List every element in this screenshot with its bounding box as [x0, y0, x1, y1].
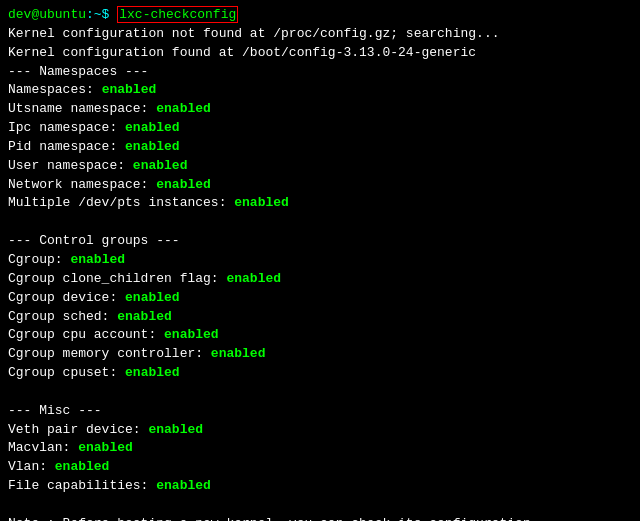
ns-devpts: Multiple /dev/pts instances: enabled: [8, 194, 632, 213]
prompt-user: dev@ubuntu: [8, 7, 86, 22]
misc-vlan: Vlan: enabled: [8, 458, 632, 477]
misc-veth: Veth pair device: enabled: [8, 421, 632, 440]
prompt-line: dev@ubuntu:~$ lxc-checkconfig: [8, 6, 632, 25]
section-cgroups: --- Control groups ---: [8, 232, 632, 251]
prompt-path: :~$: [86, 7, 109, 22]
kernel-line-2: Kernel configuration found at /boot/conf…: [8, 44, 632, 63]
ns-network: Network namespace: enabled: [8, 176, 632, 195]
cgroup-sched: Cgroup sched: enabled: [8, 308, 632, 327]
section-misc: --- Misc ---: [8, 402, 632, 421]
cgroup-memory: Cgroup memory controller: enabled: [8, 345, 632, 364]
misc-filecap: File capabilities: enabled: [8, 477, 632, 496]
cgroup-cpuset: Cgroup cpuset: enabled: [8, 364, 632, 383]
cgroup-cpu: Cgroup cpu account: enabled: [8, 326, 632, 345]
ns-ipc: Ipc namespace: enabled: [8, 119, 632, 138]
empty-3: [8, 496, 632, 515]
empty-2: [8, 383, 632, 402]
terminal: dev@ubuntu:~$ lxc-checkconfig Kernel con…: [0, 0, 640, 521]
command: lxc-checkconfig: [117, 6, 238, 23]
empty-1: [8, 213, 632, 232]
ns-enabled: Namespaces: enabled: [8, 81, 632, 100]
cgroup-device: Cgroup device: enabled: [8, 289, 632, 308]
note-line-1: Note : Before booting a new kernel, you …: [8, 515, 632, 521]
kernel-line-1: Kernel configuration not found at /proc/…: [8, 25, 632, 44]
ns-utsname: Utsname namespace: enabled: [8, 100, 632, 119]
section-namespaces: --- Namespaces ---: [8, 63, 632, 82]
ns-user: User namespace: enabled: [8, 157, 632, 176]
cgroup-enabled: Cgroup: enabled: [8, 251, 632, 270]
ns-pid: Pid namespace: enabled: [8, 138, 632, 157]
cgroup-clone: Cgroup clone_children flag: enabled: [8, 270, 632, 289]
misc-macvlan: Macvlan: enabled: [8, 439, 632, 458]
